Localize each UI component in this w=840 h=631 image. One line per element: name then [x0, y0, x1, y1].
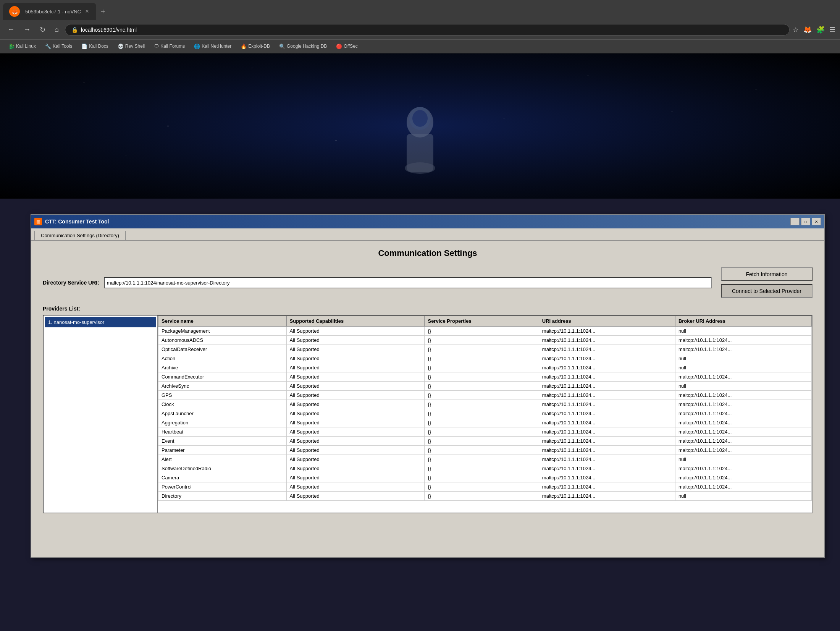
table-row[interactable]: SoftwareDefinedRadio All Supported {} ma…	[158, 464, 812, 473]
app-tabs: Communication Settings (Directory)	[31, 228, 824, 240]
connect-to-provider-button[interactable]: Connect to Selected Provider	[721, 284, 813, 298]
forward-button[interactable]: →	[21, 24, 34, 35]
bookmarks-bar: 🐉 Kali Linux 🔧 Kali Tools 📄 Kali Docs 💀 …	[0, 40, 840, 53]
cell-uri: maltcp://10.1.1.1:1024...	[539, 427, 675, 437]
services-table: Service name Supported Capabilities Serv…	[158, 316, 812, 501]
cell-capabilities: All Supported	[286, 464, 425, 473]
table-row[interactable]: Aggregation All Supported {} maltcp://10…	[158, 418, 812, 427]
section-title: Communication Settings	[43, 248, 813, 258]
table-row[interactable]: GPS All Supported {} maltcp://10.1.1.1:1…	[158, 391, 812, 400]
tab-communication-settings[interactable]: Communication Settings (Directory)	[34, 231, 126, 240]
bookmark-google-hacking-db[interactable]: 🔍 Google Hacking DB	[275, 42, 331, 50]
offsec-icon: 🔴	[336, 44, 342, 49]
maximize-button[interactable]: □	[801, 218, 810, 225]
cell-service-name: Parameter	[158, 446, 287, 455]
cell-service-name: Heartbeat	[158, 427, 287, 437]
table-row[interactable]: ArchiveSync All Supported {} maltcp://10…	[158, 382, 812, 391]
extensions-icon[interactable]: 🧩	[816, 26, 825, 34]
cell-properties: {}	[425, 354, 539, 363]
firefox-icon[interactable]: 🦊	[803, 26, 812, 34]
cell-capabilities: All Supported	[286, 482, 425, 492]
cell-uri: maltcp://10.1.1.1:1024...	[539, 418, 675, 427]
table-row[interactable]: PowerControl All Supported {} maltcp://1…	[158, 482, 812, 492]
table-row[interactable]: Alert All Supported {} maltcp://10.1.1.1…	[158, 455, 812, 464]
address-text: localhost:6901/vnc.html	[81, 27, 137, 33]
close-button[interactable]: ✕	[812, 218, 821, 225]
cell-capabilities: All Supported	[286, 391, 425, 400]
cell-service-name: Action	[158, 354, 287, 363]
cell-uri: maltcp://10.1.1.1:1024...	[539, 437, 675, 446]
tab-close-button[interactable]: ✕	[84, 8, 90, 15]
cell-capabilities: All Supported	[286, 382, 425, 391]
bookmark-kali-forums[interactable]: 🗨 Kali Forums	[150, 42, 189, 50]
table-row[interactable]: OpticalDataReceiver All Supported {} mal…	[158, 345, 812, 354]
table-row[interactable]: Event All Supported {} maltcp://10.1.1.1…	[158, 437, 812, 446]
cell-broker-uri: null	[675, 354, 811, 363]
cell-capabilities: All Supported	[286, 363, 425, 372]
bookmark-kali-docs[interactable]: 📄 Kali Docs	[78, 42, 112, 50]
table-row[interactable]: Action All Supported {} maltcp://10.1.1.…	[158, 354, 812, 363]
cell-service-name: AppsLauncher	[158, 409, 287, 418]
minimize-button[interactable]: —	[790, 218, 800, 225]
cell-capabilities: All Supported	[286, 455, 425, 464]
uri-input[interactable]	[104, 277, 712, 288]
table-row[interactable]: Clock All Supported {} maltcp://10.1.1.1…	[158, 400, 812, 409]
cell-properties: {}	[425, 418, 539, 427]
cell-capabilities: All Supported	[286, 354, 425, 363]
tab-title: 5053bbc8efc7:1 - noVNC	[25, 9, 81, 15]
table-row[interactable]: Parameter All Supported {} maltcp://10.1…	[158, 446, 812, 455]
cell-properties: {}	[425, 382, 539, 391]
home-button[interactable]: ⌂	[52, 24, 62, 35]
cell-properties: {}	[425, 482, 539, 492]
cell-broker-uri: null	[675, 455, 811, 464]
cell-capabilities: All Supported	[286, 345, 425, 354]
menu-icon[interactable]: ☰	[829, 26, 835, 34]
cell-uri: maltcp://10.1.1.1:1024...	[539, 354, 675, 363]
cell-properties: {}	[425, 492, 539, 501]
table-row[interactable]: Archive All Supported {} maltcp://10.1.1…	[158, 363, 812, 372]
cell-uri: maltcp://10.1.1.1:1024...	[539, 446, 675, 455]
fetch-information-button[interactable]: Fetch Information	[721, 267, 813, 281]
services-table-container[interactable]: Service name Supported Capabilities Serv…	[158, 316, 812, 513]
bookmark-rev-shell[interactable]: 💀 Rev Shell	[114, 42, 149, 50]
bookmark-offsec[interactable]: 🔴 OffSec	[332, 42, 361, 50]
bookmark-kali-nethunter[interactable]: 🌐 Kali NetHunter	[190, 42, 235, 50]
table-row[interactable]: Directory All Supported {} maltcp://10.1…	[158, 492, 812, 501]
col-broker-uri: Broker URI Address	[675, 316, 811, 327]
bookmark-kali-tools[interactable]: 🔧 Kali Tools	[41, 42, 76, 50]
provider-item[interactable]: 1. nanosat-mo-supervisor	[45, 317, 156, 327]
bookmark-exploit-db[interactable]: 🔥 Exploit-DB	[237, 42, 274, 50]
table-row[interactable]: AppsLauncher All Supported {} maltcp://1…	[158, 409, 812, 418]
security-icon: 🔒	[71, 27, 78, 33]
col-properties: Service Properties	[425, 316, 539, 327]
cell-service-name: CommandExecutor	[158, 372, 287, 382]
address-bar[interactable]: 🔒 localhost:6901/vnc.html	[65, 24, 790, 36]
back-button[interactable]: ←	[5, 24, 18, 35]
cell-broker-uri: null	[675, 363, 811, 372]
bookmark-kali-linux[interactable]: 🐉 Kali Linux	[5, 42, 40, 50]
kali-nethunter-icon: 🌐	[194, 44, 200, 49]
star-icon[interactable]: ☆	[793, 26, 799, 34]
cell-broker-uri: null	[675, 382, 811, 391]
cell-properties: {}	[425, 336, 539, 345]
table-row[interactable]: Heartbeat All Supported {} maltcp://10.1…	[158, 427, 812, 437]
cell-uri: maltcp://10.1.1.1:1024...	[539, 455, 675, 464]
reload-button[interactable]: ↻	[37, 24, 48, 36]
table-row[interactable]: AutonomousADCS All Supported {} maltcp:/…	[158, 336, 812, 345]
table-row[interactable]: PackageManagement All Supported {} maltc…	[158, 327, 812, 336]
table-row[interactable]: Camera All Supported {} maltcp://10.1.1.…	[158, 473, 812, 482]
cell-broker-uri: maltcp://10.1.1.1:1024...	[675, 464, 811, 473]
exploit-db-icon: 🔥	[241, 44, 247, 49]
cell-capabilities: All Supported	[286, 437, 425, 446]
app-icon: ▦	[34, 218, 42, 225]
cell-capabilities: All Supported	[286, 400, 425, 409]
add-tab-button[interactable]: +	[96, 6, 110, 18]
active-tab[interactable]: 🦊 5053bbc8efc7:1 - noVNC ✕	[3, 3, 96, 20]
cell-service-name: ArchiveSync	[158, 382, 287, 391]
google-hacking-db-icon: 🔍	[279, 44, 285, 49]
cell-capabilities: All Supported	[286, 409, 425, 418]
table-row[interactable]: CommandExecutor All Supported {} maltcp:…	[158, 372, 812, 382]
titlebar-left: ▦ CTT: Consumer Test Tool	[34, 218, 109, 225]
cell-properties: {}	[425, 455, 539, 464]
cell-service-name: AutonomousADCS	[158, 336, 287, 345]
